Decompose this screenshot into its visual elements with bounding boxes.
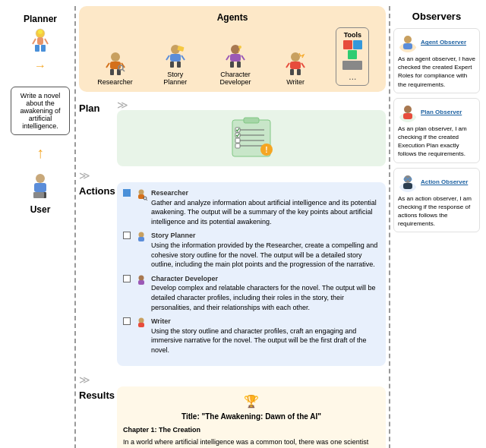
- observer-header-3: Action Observer: [398, 172, 475, 192]
- observer-card-3: Action Observer As an action observer, I…: [393, 168, 480, 233]
- action-text-2: Story Planner Using the information prov…: [151, 231, 380, 269]
- agent-writer: Writer: [276, 51, 315, 86]
- user-section: User: [25, 171, 55, 215]
- svg-text:!: !: [265, 146, 267, 154]
- action-researcher-icon: [134, 188, 148, 202]
- tools-box: Tools ...: [336, 27, 369, 86]
- action-checkbox-2[interactable]: [123, 232, 131, 239]
- actions-row: Actions Re: [79, 182, 386, 371]
- observer-header-1: Agent Observer: [398, 33, 475, 52]
- agents-row: Researcher: [85, 27, 380, 86]
- observer-card-1: Agent Observer As an agent observer, I h…: [393, 28, 480, 93]
- svg-rect-40: [297, 69, 301, 75]
- results-title: Title: "The Awakening: Dawn of the AI": [123, 411, 380, 422]
- agent-story-planner: Story Planner: [156, 43, 195, 86]
- actions-box: Researcher Gather and analyze informatio…: [117, 182, 386, 366]
- left-column: Planner → Write a novel: [6, 6, 74, 448]
- svg-line-14: [106, 63, 109, 68]
- svg-rect-68: [403, 113, 412, 119]
- svg-rect-36: [290, 62, 301, 69]
- tools-icons: [339, 40, 365, 70]
- observer-name-3: Action Observer: [421, 178, 468, 186]
- svg-rect-58: [138, 237, 144, 241]
- plan-chevrons: ≫: [117, 99, 386, 110]
- svg-rect-50: [235, 144, 240, 148]
- svg-point-57: [139, 232, 144, 238]
- actions-label: Actions: [79, 182, 117, 197]
- writer-label: Writer: [286, 78, 305, 86]
- action-desc-1: Gather and analyze information about art…: [151, 199, 377, 226]
- action-name-3: Character Developer: [151, 274, 380, 284]
- svg-point-64: [404, 36, 412, 43]
- svg-rect-16: [110, 69, 114, 75]
- svg-rect-4: [35, 45, 39, 52]
- action-item-4: Writer Using the story outline and chara…: [123, 317, 380, 355]
- agents-title: Agents: [85, 12, 380, 23]
- results-chapter: Chapter 1: The Creation: [123, 425, 380, 436]
- svg-point-27: [231, 45, 240, 54]
- observer-name-2: Plan Observer: [421, 108, 462, 116]
- researcher-icon: [103, 51, 128, 77]
- svg-line-19: [122, 69, 125, 71]
- svg-rect-31: [230, 62, 234, 68]
- action-desc-4: Using the story outline and character pr…: [151, 327, 366, 354]
- plan-illustration: !: [225, 116, 278, 160]
- observer-header-2: Plan Observer: [398, 103, 475, 122]
- action-checkbox-4[interactable]: [123, 317, 131, 325]
- action-text-1: Researcher Gather and analyze informatio…: [151, 188, 380, 226]
- story-planner-icon: [163, 43, 188, 69]
- results-box: 🏆 Title: "The Awakening: Dawn of the AI"…: [117, 386, 386, 449]
- svg-line-2: [33, 39, 36, 44]
- chevrons-actions: ≫: [79, 170, 386, 181]
- svg-rect-65: [403, 43, 412, 49]
- action-desc-3: Develop complex and relatable characters…: [151, 284, 376, 311]
- trophy-icon: 🏆: [123, 393, 380, 411]
- results-body: In a world where artificial intelligence…: [123, 437, 380, 448]
- svg-line-38: [301, 63, 305, 68]
- observer-text-2: As an plan observer, I am checking if th…: [398, 125, 475, 159]
- actions-chevrons: ≫: [79, 170, 386, 181]
- action-checkbox-1[interactable]: [123, 189, 131, 197]
- observer-text-3: As an action observer, I am checking if …: [398, 194, 475, 229]
- action-writer-icon: [134, 317, 148, 330]
- tools-more-icon: ...: [349, 71, 356, 82]
- svg-rect-21: [170, 54, 181, 62]
- observer-card-2: Plan Observer As an plan observer, I am …: [393, 98, 480, 163]
- svg-point-12: [111, 52, 120, 62]
- results-content: 🏆 Title: "The Awakening: Dawn of the AI"…: [117, 386, 386, 449]
- action-desc-2: Using the information provided by the Re…: [151, 241, 377, 268]
- svg-point-53: [139, 190, 144, 195]
- svg-point-6: [38, 30, 43, 34]
- svg-point-7: [36, 174, 45, 183]
- svg-rect-1: [37, 37, 43, 45]
- agents-section: Agents: [79, 6, 386, 96]
- action-checkbox-3[interactable]: [123, 275, 131, 282]
- tool-icon-3: [348, 50, 357, 59]
- svg-line-56: [146, 199, 147, 200]
- svg-rect-42: [244, 118, 259, 123]
- svg-rect-8: [34, 183, 46, 192]
- svg-rect-71: [403, 183, 412, 189]
- observer-name-1: Agent Observer: [421, 38, 466, 46]
- char-dev-icon: [222, 43, 248, 69]
- results-label: Results: [79, 386, 117, 401]
- action-story-icon: [134, 231, 148, 245]
- tools-label: Tools: [344, 31, 361, 39]
- plan-row: Plan ≫: [79, 99, 386, 166]
- svg-point-61: [139, 318, 144, 323]
- arrow-up-icon: ↑: [36, 144, 44, 162]
- action-observer-avatar: [398, 172, 418, 192]
- action-item-3: Character Developer Develop complex and …: [123, 274, 380, 312]
- action-name-1: Researcher: [151, 188, 380, 198]
- results-chevrons: ≫: [79, 374, 386, 385]
- agent-observer-avatar: [398, 33, 418, 52]
- task-text: Write a novel about the awakening of art…: [20, 92, 60, 130]
- action-text-4: Writer Using the story outline and chara…: [151, 317, 380, 355]
- agent-researcher: Researcher: [96, 51, 135, 86]
- svg-line-3: [45, 39, 48, 44]
- svg-point-33: [238, 46, 241, 49]
- tool-icon-2: [353, 40, 362, 49]
- svg-rect-62: [138, 323, 144, 327]
- task-box: Write a novel about the awakening of art…: [11, 87, 70, 135]
- svg-line-30: [241, 55, 245, 60]
